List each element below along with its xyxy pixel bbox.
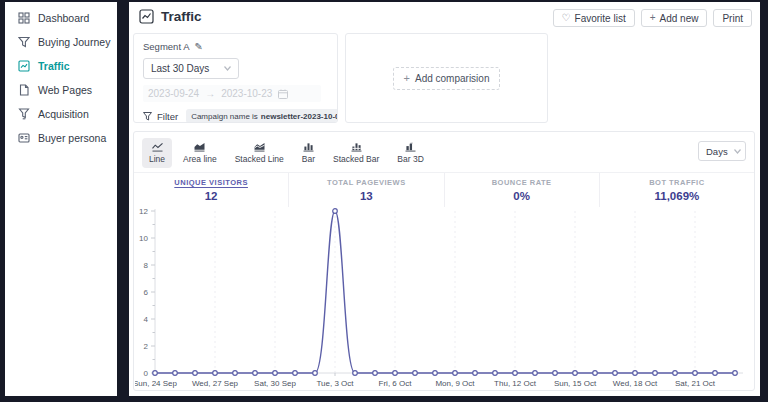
button-label: Favorite list [575, 13, 626, 24]
tab-label: Stacked Bar [333, 154, 379, 164]
line-chart-icon [151, 142, 164, 152]
svg-text:4: 4 [144, 315, 149, 324]
bar-3d-chart-icon [404, 142, 417, 152]
tab-line[interactable]: Line [142, 138, 172, 168]
calendar-icon [278, 89, 288, 99]
favorite-list-button[interactable]: ♡Favorite list [553, 9, 635, 27]
area-chart-icon [193, 142, 206, 152]
sidebar-item-label: Buying Journey [38, 36, 110, 48]
stacked-bar-chart-icon [350, 142, 363, 152]
sidebar-item-label: Acquisition [38, 108, 89, 120]
heart-icon: ♡ [562, 13, 571, 23]
tab-label: Bar [302, 154, 315, 164]
chevron-down-icon [734, 149, 741, 154]
svg-text:Wed, 27 Sep: Wed, 27 Sep [192, 379, 239, 388]
sidebar-item-label: Dashboard [38, 12, 89, 24]
tab-label: Area line [183, 154, 217, 164]
main-panel: Traffic ♡Favorite list+Add newPrint Segm… [129, 2, 760, 396]
period-select[interactable]: Last 30 Days [143, 58, 239, 79]
filter-chip-value: newsletter-2023-10-03 [261, 112, 338, 121]
interval-select-value: Days [706, 146, 728, 157]
filter-chip-field: Campaign name is [191, 112, 258, 121]
page-header: Traffic ♡Favorite list+Add newPrint [129, 2, 760, 32]
period-select-value: Last 30 Days [151, 63, 209, 74]
svg-text:0: 0 [144, 369, 149, 378]
dashboard-icon [18, 12, 30, 24]
page-title: Traffic [161, 9, 202, 24]
svg-text:10: 10 [139, 234, 148, 243]
tab-bar[interactable]: Bar [295, 138, 322, 168]
add-comparison-label: Add comparision [415, 73, 489, 84]
traffic-icon [18, 60, 30, 72]
metric-label: TOTAL PAGEVIEWS [289, 178, 443, 187]
svg-text:Sat, 21 Oct: Sat, 21 Oct [675, 379, 716, 388]
buyer-persona-icon [18, 132, 30, 144]
tab-stacked-bar[interactable]: Stacked Bar [326, 138, 386, 168]
date-end: 2023-10-23 [221, 88, 272, 99]
svg-text:6: 6 [144, 288, 149, 297]
filter-label: Filter [157, 111, 178, 122]
interval-select[interactable]: Days [698, 141, 746, 161]
sidebar-item-buyer-persona[interactable]: Buyer persona [5, 126, 117, 150]
bar-chart-icon [302, 142, 315, 152]
sidebar-nav: DashboardBuying JourneyTrafficWeb PagesA… [5, 2, 117, 150]
stacked-area-chart-icon [253, 142, 266, 152]
print-button[interactable]: Print [713, 9, 752, 27]
button-label: Print [722, 13, 743, 24]
date-start: 2023-09-24 [148, 88, 199, 99]
metric-label: BOT TRAFFIC [600, 178, 754, 187]
svg-text:Sat, 30 Sep: Sat, 30 Sep [254, 379, 296, 388]
page-title-group: Traffic [139, 9, 202, 24]
add-comparison-button[interactable]: + Add comparision [393, 67, 501, 90]
svg-text:Thu, 12 Oct: Thu, 12 Oct [494, 379, 537, 388]
metric-unique-visitors[interactable]: UNIQUE VISITORS12 [134, 173, 288, 207]
metric-value: 11,069% [600, 190, 754, 202]
plus-icon: + [650, 13, 656, 23]
traffic-line-chart[interactable]: 024681012Sun, 24 SepWed, 27 SepSat, 30 S… [135, 205, 755, 391]
tab-area-line[interactable]: Area line [176, 138, 224, 168]
metrics-row: UNIQUE VISITORS12TOTAL PAGEVIEWS13BOUNCE… [134, 172, 754, 207]
edit-icon[interactable]: ✎ [194, 41, 202, 52]
filter-chip[interactable]: Campaign name is newsletter-2023-10-03 × [186, 109, 338, 123]
traffic-chart-icon [139, 9, 154, 24]
sidebar-item-label: Buyer persona [38, 132, 106, 144]
tab-label: Line [149, 154, 165, 164]
comparison-card: + Add comparision [345, 33, 548, 123]
filter-row: Filter Campaign name is newsletter-2023-… [143, 109, 328, 123]
range-arrow: → [205, 88, 215, 99]
segment-card: Segment A ✎ Last 30 Days 2023-09-24 → 20… [133, 33, 338, 123]
svg-text:Fri, 6 Oct: Fri, 6 Oct [379, 379, 413, 388]
header-actions: ♡Favorite list+Add newPrint [553, 9, 752, 27]
svg-text:Mon, 9 Oct: Mon, 9 Oct [435, 379, 475, 388]
svg-text:12: 12 [139, 207, 148, 216]
button-label: Add new [660, 13, 699, 24]
sidebar-item-buying-journey[interactable]: Buying Journey [5, 30, 117, 54]
tab-bar-3d[interactable]: Bar 3D [390, 138, 430, 168]
chevron-down-icon [224, 66, 231, 71]
metric-label: UNIQUE VISITORS [134, 178, 288, 187]
svg-text:2: 2 [144, 342, 149, 351]
svg-text:Sun, 24 Sep: Sun, 24 Sep [135, 379, 178, 388]
tab-label: Stacked Line [235, 154, 284, 164]
segment-title: Segment A [143, 41, 189, 52]
metric-bounce-rate[interactable]: BOUNCE RATE0% [444, 173, 599, 207]
svg-text:Wed, 18 Oct: Wed, 18 Oct [613, 379, 658, 388]
segment-title-row: Segment A ✎ [143, 41, 328, 52]
sidebar-item-web-pages[interactable]: Web Pages [5, 78, 117, 102]
metric-total-pageviews[interactable]: TOTAL PAGEVIEWS13 [288, 173, 443, 207]
sidebar-item-label: Web Pages [38, 84, 92, 96]
sidebar-item-dashboard[interactable]: Dashboard [5, 6, 117, 30]
acquisition-icon [18, 108, 30, 120]
plus-icon: + [404, 73, 410, 84]
sidebar: DashboardBuying JourneyTrafficWeb PagesA… [5, 2, 117, 396]
sidebar-item-label: Traffic [38, 60, 70, 72]
metric-value: 12 [134, 190, 288, 202]
sidebar-item-traffic[interactable]: Traffic [5, 54, 117, 78]
svg-text:Sun, 15 Oct: Sun, 15 Oct [554, 379, 597, 388]
metric-bot-traffic[interactable]: BOT TRAFFIC11,069% [599, 173, 754, 207]
web-pages-icon [18, 84, 30, 96]
sidebar-item-acquisition[interactable]: Acquisition [5, 102, 117, 126]
date-range-input[interactable]: 2023-09-24 → 2023-10-23 [143, 85, 321, 102]
add-new-button[interactable]: +Add new [641, 9, 708, 27]
tab-stacked-line[interactable]: Stacked Line [228, 138, 291, 168]
